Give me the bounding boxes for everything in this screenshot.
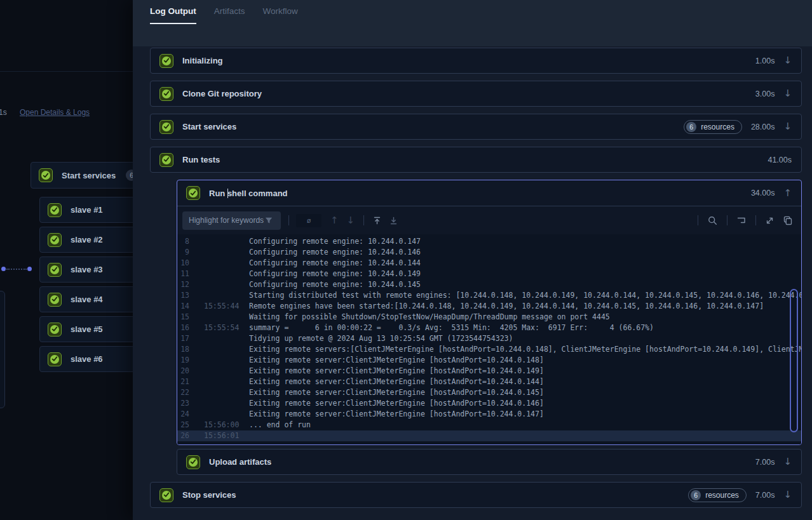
log-line-number: 13: [177, 290, 189, 301]
workflow-node-slave-5[interactable]: slave #5: [39, 316, 147, 342]
step-label: Initializing: [182, 56, 223, 65]
log-line-timestamp: [204, 247, 240, 258]
step-row-run-tests[interactable]: Run tests41.00s: [150, 147, 802, 173]
log-line-text: Waiting for possible Shutdown/StopTestNo…: [249, 312, 801, 323]
log-line-timestamp: [204, 377, 240, 387]
expand-arrow-icon[interactable]: ↓: [783, 457, 792, 467]
previous-match-icon[interactable]: ↑: [330, 215, 339, 226]
drawer-content: Initializing1.00s↓Clone Git repository3.…: [133, 46, 812, 508]
highlight-keywords-input[interactable]: [189, 216, 265, 225]
log-line: 2615:56:01: [177, 430, 801, 441]
log-line-number: 21: [177, 377, 189, 387]
step-row-right: 41.00s: [768, 156, 792, 164]
resources-count: 6: [691, 490, 701, 500]
log-line: 2515:56:00... end of run: [177, 420, 801, 430]
log-line-text: [249, 430, 801, 441]
workflow-node-label: slave #2: [71, 235, 103, 244]
step-duration: 1.00s: [755, 57, 775, 65]
log-line: 19Exiting remote server:ClientJMeterEngi…: [177, 355, 801, 366]
log-line-number: 23: [177, 398, 189, 409]
collapse-arrow-icon[interactable]: ↑: [783, 189, 792, 198]
log-line-number: 10: [177, 258, 189, 269]
toolbar-divider: [288, 215, 289, 225]
shell-step-title: Run shell command: [209, 189, 288, 198]
step-label: Stop services: [182, 490, 236, 500]
log-line: 1615:55:54summary = 6 in 00:00:22 = 0.3/…: [177, 323, 801, 333]
log-line-timestamp: 15:56:01: [204, 430, 240, 441]
step-row-right: 1.00s↓: [755, 56, 792, 65]
workflow-node-label: Start services: [62, 171, 116, 180]
step-duration: 3.00s: [755, 90, 775, 98]
workflow-node-slave-4[interactable]: slave #4: [39, 286, 147, 312]
step-row-right: 6resources7.00s↓: [688, 488, 792, 502]
log-output-area: 8Configuring remote engine: 10.244.0.147…: [177, 234, 801, 444]
step-row-upload-artifacts[interactable]: Upload artifacts7.00s↓: [177, 449, 802, 475]
drawer-header: Log OutputArtifactsWorkflow: [133, 0, 812, 46]
step-row-right: 3.00s↓: [755, 89, 792, 98]
open-details-logs-link[interactable]: Open Details & Logs: [20, 108, 90, 117]
step-row-initializing[interactable]: Initializing1.00s↓: [150, 48, 802, 74]
shell-step-header[interactable]: Run shell command 34.00s ↑: [177, 180, 801, 206]
log-drawer: Log OutputArtifactsWorkflow Initializing…: [133, 0, 812, 520]
log-line-text: Exiting remote server:ClientJMeterEngine…: [249, 355, 801, 366]
log-line-number: 26: [177, 430, 189, 441]
tab-bar: Log OutputArtifactsWorkflow: [150, 0, 812, 24]
edge-dot-icon: [1, 267, 6, 271]
log-line: 11Configuring remote engine: 10.244.0.14…: [177, 269, 801, 279]
tab-log-output[interactable]: Log Output: [150, 0, 196, 24]
step-label: Run tests: [182, 155, 220, 164]
expand-fullscreen-icon[interactable]: [766, 217, 774, 225]
step-row-stop-services[interactable]: Stop services6resources7.00s↓: [150, 482, 802, 508]
search-icon[interactable]: [708, 216, 717, 225]
log-line-number: 9: [177, 247, 189, 258]
log-line-number: 8: [177, 236, 189, 247]
tab-workflow[interactable]: Workflow: [263, 0, 298, 24]
highlight-keywords-field[interactable]: [182, 211, 281, 230]
workflow-node-slave-2[interactable]: slave #2: [39, 227, 147, 253]
log-line: 15Waiting for possible Shutdown/StopTest…: [177, 312, 801, 323]
expand-arrow-icon[interactable]: ↓: [783, 89, 792, 98]
tab-artifacts[interactable]: Artifacts: [214, 0, 245, 24]
edge-dotted-line: [6, 269, 27, 270]
log-line-text: Configuring remote engine: 10.244.0.145: [249, 279, 801, 290]
workflow-node-slave-3[interactable]: slave #3: [39, 257, 147, 283]
steps-list-bottom: Upload artifacts7.00s↓Stop services6reso…: [150, 449, 802, 508]
log-line: 20Exiting remote server:ClientJMeterEngi…: [177, 366, 801, 377]
log-line-number: 22: [177, 387, 189, 398]
workflow-node-slave-1[interactable]: slave #1: [39, 197, 147, 223]
step-row-clone-git-repository[interactable]: Clone Git repository3.00s↓: [150, 81, 802, 107]
log-line-text: Tidying up remote @ 2024 Aug 13 10:25:54…: [249, 333, 801, 344]
log-line-number: 24: [177, 409, 189, 420]
log-line-timestamp: [204, 387, 240, 398]
workflow-node-slave-6[interactable]: slave #6: [39, 346, 147, 372]
node-duration-label: 1s: [0, 108, 7, 117]
expand-arrow-icon[interactable]: ↓: [783, 122, 792, 131]
log-line-text: ... end of run: [249, 420, 801, 430]
step-row-start-services[interactable]: Start services6resources28.00s↓: [150, 114, 802, 140]
edge-dot-icon: [27, 267, 32, 271]
log-line: 9Configuring remote engine: 10.244.0.146: [177, 247, 801, 258]
success-check-icon: [159, 488, 173, 502]
next-match-icon[interactable]: ↓: [347, 215, 355, 226]
log-line-number: 12: [177, 279, 189, 290]
log-line-text: Exiting remote server:ClientJMeterEngine…: [249, 387, 801, 398]
log-line-timestamp: 15:56:00: [204, 420, 240, 430]
expand-arrow-icon[interactable]: ↓: [783, 490, 792, 500]
log-line: 17Tidying up remote @ 2024 Aug 13 10:25:…: [177, 333, 801, 344]
copy-icon[interactable]: [783, 216, 792, 225]
line-wrap-icon[interactable]: [737, 217, 746, 224]
log-line: 22Exiting remote server:ClientJMeterEngi…: [177, 387, 801, 398]
log-line: 23Exiting remote server:ClientJMeterEngi…: [177, 398, 801, 409]
log-line-number: 20: [177, 366, 189, 377]
log-scrollbar[interactable]: [790, 289, 798, 432]
log-line-timestamp: [204, 269, 240, 279]
scroll-to-bottom-icon[interactable]: [389, 217, 398, 225]
log-line-timestamp: [204, 398, 240, 409]
log-line-text: Exiting remote server:ClientJMeterEngine…: [249, 409, 801, 420]
scroll-to-top-icon[interactable]: [373, 217, 381, 225]
log-line-timestamp: [204, 258, 240, 269]
expand-arrow-icon[interactable]: ↓: [783, 56, 792, 65]
log-line-timestamp: [204, 409, 240, 420]
toolbar-divider: [363, 215, 364, 225]
log-line-text: summary = 6 in 00:00:22 = 0.3/s Avg: 531…: [249, 323, 801, 333]
